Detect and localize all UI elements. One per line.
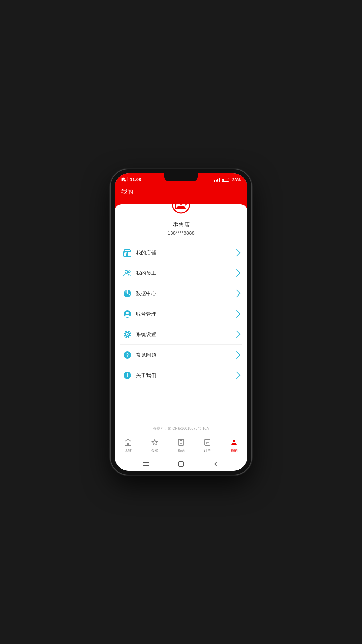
svg-rect-15 [127,331,128,332]
svg-rect-39 [179,462,183,466]
svg-rect-28 [178,439,184,445]
avatar-icon [171,204,191,214]
nav-item-goods[interactable]: 商品 [171,438,191,453]
goods-nav-icon [177,438,185,447]
nav-label-order: 订单 [204,448,211,453]
nav-item-member[interactable]: 会员 [144,438,165,453]
menu-label-account: 账号管理 [136,311,156,317]
svg-point-11 [126,312,129,314]
svg-point-3 [179,204,183,205]
android-back-button[interactable] [213,461,220,467]
menu-item-faq[interactable]: ? 常见问题 [120,345,242,365]
account-icon [123,309,132,319]
svg-rect-5 [126,253,128,256]
order-nav-icon [203,438,212,447]
nav-label-mine: 我的 [230,448,238,453]
svg-rect-18 [130,334,131,335]
battery-percent: 33% [232,177,241,182]
svg-rect-16 [127,337,128,338]
page-title: 我的 [121,187,241,196]
chevron-right-account [233,310,241,318]
status-right: 33% [214,177,241,182]
mine-nav-icon [230,438,238,447]
bottom-nav: 店铺 会员 商品 [115,435,247,457]
android-menu-button[interactable] [142,461,149,467]
nav-label-member: 会员 [151,448,158,453]
data-icon [123,289,132,298]
menu-item-store[interactable]: 我的店铺 [120,243,242,263]
faq-icon: ? [123,350,132,360]
menu-item-settings[interactable]: 系统设置 [120,324,242,345]
staff-icon [123,268,132,278]
menu-list: 我的店铺 [115,243,247,422]
user-phone: 138****8888 [115,230,247,236]
chevron-right-store [233,249,241,257]
nav-item-shop[interactable]: 店铺 [118,438,138,453]
chevron-right-data [233,290,241,298]
menu-item-data-left: 数据中心 [123,289,156,298]
menu-item-staff[interactable]: 我的员工 [120,263,242,283]
nav-item-order[interactable]: 订单 [197,438,218,453]
menu-label-about: 关于我们 [136,372,156,379]
nav-item-mine[interactable]: 我的 [224,438,244,453]
menu-label-store: 我的店铺 [136,250,156,256]
menu-item-account-left: 账号管理 [123,309,156,319]
svg-rect-27 [127,443,129,445]
svg-text:i: i [127,373,128,378]
svg-point-6 [125,270,128,273]
nav-label-shop: 店铺 [124,448,132,453]
menu-item-settings-left: 系统设置 [123,330,156,339]
svg-point-35 [233,440,235,442]
battery-icon [222,178,230,182]
menu-item-faq-left: ? 常见问题 [123,350,156,360]
menu-label-faq: 常见问题 [136,352,156,358]
shop-nav-icon [124,438,132,447]
user-name: 零售店 [115,221,247,229]
phone-screen: 晚上11:08 33% 我的 [115,173,247,471]
about-icon: i [123,371,132,380]
menu-item-account[interactable]: 账号管理 [120,304,242,324]
svg-point-7 [128,271,130,273]
svg-point-14 [127,334,128,335]
menu-item-store-left: 我的店铺 [123,248,156,257]
svg-rect-17 [124,334,125,335]
icp-text: 备案号：蜀ICP备16018676号-10A [115,422,247,435]
menu-label-staff: 我的员工 [136,270,156,276]
menu-item-staff-left: 我的员工 [123,268,156,278]
chevron-right-about [233,372,241,379]
avatar-wrapper [168,204,194,218]
signal-icon [214,178,220,182]
time-display: 晚上11:08 [121,177,141,183]
settings-icon [123,330,132,339]
phone-frame: 晚上11:08 33% 我的 [111,169,251,475]
menu-item-data[interactable]: 数据中心 [120,283,242,304]
chevron-right-faq [233,351,241,359]
main-card: 零售店 138****8888 [115,204,247,435]
member-nav-icon [150,438,159,447]
svg-text:?: ? [126,352,129,358]
menu-label-data: 数据中心 [136,290,156,297]
menu-item-about-left: i 关于我们 [123,371,156,380]
android-nav [115,457,247,471]
store-icon [123,248,132,257]
avatar[interactable] [168,204,194,218]
nav-label-goods: 商品 [177,448,185,453]
notch [164,173,198,181]
menu-item-about[interactable]: i 关于我们 [120,365,242,385]
menu-label-settings: 系统设置 [136,331,156,338]
chevron-right-staff [233,269,241,277]
chevron-right-settings [233,331,241,338]
android-home-button[interactable] [178,461,184,467]
